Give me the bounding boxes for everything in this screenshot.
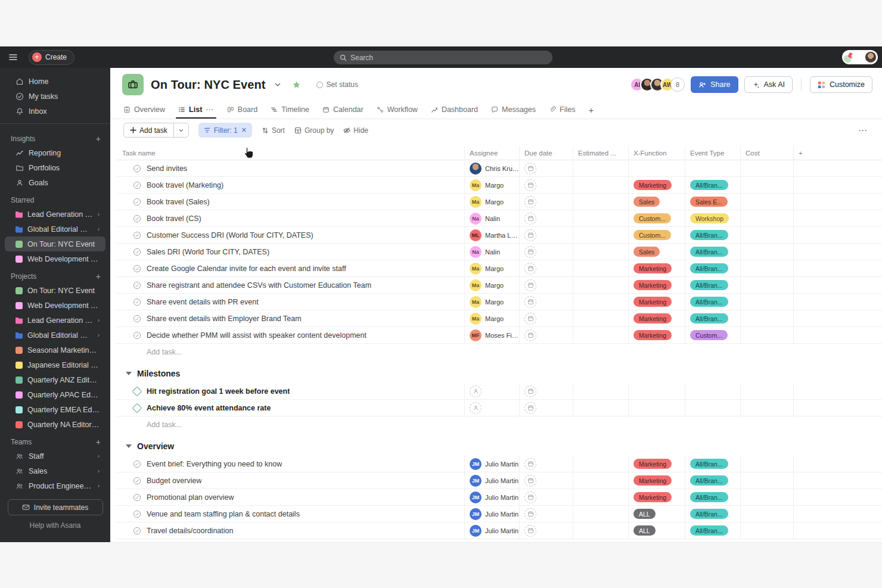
cost-cell[interactable] — [741, 260, 794, 277]
tag-custom_x[interactable]: Custom... — [633, 230, 671, 240]
task-row[interactable]: Venue and team staffing plan & contact d… — [116, 506, 882, 522]
add-icon[interactable]: + — [96, 272, 101, 281]
cost-cell[interactable] — [741, 277, 794, 294]
task-name[interactable]: Send invites — [147, 164, 187, 173]
cost-cell[interactable] — [741, 310, 794, 327]
event-type-cell[interactable]: All/Bran... — [685, 456, 741, 472]
tag-all_brands[interactable]: All/Bran... — [690, 230, 728, 240]
due-date-cell[interactable] — [520, 310, 573, 327]
collapse-triangle-icon[interactable] — [126, 444, 132, 448]
milestone-diamond-icon[interactable] — [132, 386, 142, 396]
tag-custom_x[interactable]: Custom... — [633, 213, 671, 223]
estimated-cell[interactable] — [573, 294, 629, 310]
task-name[interactable]: Venue and team staffing plan & contact d… — [147, 510, 300, 518]
sidebar-item-japanese-editorial-calen[interactable]: Japanese Editorial Calen... — [5, 357, 105, 372]
event-type-cell[interactable]: All/Bran... — [685, 177, 741, 194]
calendar-icon[interactable] — [524, 508, 536, 520]
estimated-cell[interactable] — [573, 400, 629, 416]
x-function-cell[interactable]: Marketing — [629, 294, 685, 310]
task-row[interactable]: Book travel (Marketing)MaMargoMarketingA… — [116, 177, 882, 194]
ask-ai-button[interactable]: Ask AI — [744, 76, 793, 93]
task-row[interactable]: Sales DRI (World Tour CITY, DATES)NaNali… — [116, 244, 882, 260]
assignee-cell[interactable]: MaMargo — [465, 310, 520, 327]
column-header-task-name[interactable]: Task name — [116, 146, 465, 160]
due-date-cell[interactable] — [520, 160, 573, 177]
sidebar-item-staff[interactable]: Staff› — [5, 449, 105, 463]
toolbar-overflow-menu[interactable]: ⋯ — [858, 125, 868, 136]
column-header-[interactable]: + — [794, 146, 882, 160]
estimated-cell[interactable] — [573, 194, 629, 210]
cost-cell[interactable] — [741, 456, 794, 472]
x-function-cell[interactable]: Marketing — [629, 489, 685, 506]
event-type-cell[interactable]: All/Bran... — [685, 506, 741, 522]
sidebar-item-sales[interactable]: Sales› — [5, 463, 105, 478]
calendar-icon[interactable] — [524, 279, 536, 291]
assignee-cell[interactable]: JMJulio Martin — [465, 472, 520, 489]
calendar-icon[interactable] — [524, 385, 536, 397]
cost-cell[interactable] — [741, 327, 794, 344]
clear-filter-icon[interactable]: ✕ — [241, 126, 247, 134]
assignee-cell[interactable]: Chris Krutz... — [465, 160, 520, 177]
cost-cell[interactable] — [741, 294, 794, 310]
estimated-cell[interactable] — [573, 489, 629, 506]
assignee-cell[interactable]: MaMargo — [465, 194, 520, 210]
filter-chip[interactable]: Filter: 1 ✕ — [198, 123, 252, 138]
event-type-cell[interactable]: Custom... — [685, 327, 741, 344]
create-button[interactable]: + Create — [29, 50, 74, 65]
event-type-cell[interactable]: All/Bran... — [685, 227, 741, 244]
x-function-cell[interactable]: Custom... — [629, 210, 685, 227]
cost-cell[interactable] — [741, 160, 794, 177]
sidebar-item-lead-generation-ca[interactable]: Lead Generation Ca...› — [5, 313, 105, 328]
cost-cell[interactable] — [741, 383, 794, 400]
calendar-icon[interactable] — [524, 229, 536, 241]
tag-all[interactable]: ALL — [633, 525, 656, 536]
sidebar-item-product-engineering[interactable]: Product Engineering› — [5, 478, 105, 493]
task-check-icon[interactable] — [133, 248, 141, 256]
add-task-dropdown[interactable] — [173, 123, 188, 137]
milestone-row[interactable]: Hit registration goal 1 week before even… — [116, 383, 882, 400]
tag-all_brands[interactable]: All/Bran... — [690, 459, 728, 469]
task-name[interactable]: Share event details with Employer Brand … — [147, 315, 302, 323]
sidebar-toggle-icon[interactable] — [8, 52, 29, 62]
task-check-icon[interactable] — [133, 164, 141, 173]
tag-custom_e[interactable]: Custom... — [690, 330, 728, 340]
column-header-due-date[interactable]: Due date — [520, 146, 573, 160]
event-type-cell[interactable]: Sales E... — [685, 194, 741, 210]
assignee-cell[interactable]: MaMargo — [465, 260, 520, 277]
estimated-cell[interactable] — [573, 160, 629, 177]
x-function-cell[interactable] — [629, 160, 685, 177]
cost-cell[interactable] — [741, 177, 794, 194]
cost-cell[interactable] — [741, 194, 794, 210]
task-check-icon[interactable] — [133, 527, 141, 535]
tag-marketing[interactable]: Marketing — [633, 297, 672, 307]
due-date-cell[interactable] — [520, 522, 573, 539]
milestone-row[interactable]: Achieve 80% event attendance rate — [116, 400, 882, 416]
sidebar-item-inbox[interactable]: Inbox — [5, 104, 105, 119]
assignee-cell[interactable]: NaNalin — [465, 210, 520, 227]
sidebar-item-global-editorial-cale[interactable]: Global Editorial Cale...› — [5, 328, 105, 343]
task-name[interactable]: Hit registration goal 1 week before even… — [147, 387, 290, 396]
project-icon[interactable] — [122, 74, 144, 95]
event-type-cell[interactable]: All/Bran... — [685, 244, 741, 260]
x-function-cell[interactable]: ALL — [629, 522, 685, 539]
tag-marketing[interactable]: Marketing — [633, 330, 672, 340]
sidebar-item-home[interactable]: Home — [5, 74, 105, 89]
due-date-cell[interactable] — [520, 383, 573, 400]
task-name[interactable]: Book travel (Sales) — [147, 198, 210, 206]
estimated-cell[interactable] — [573, 472, 629, 489]
collapse-triangle-icon[interactable] — [126, 372, 132, 375]
account-menu[interactable] — [842, 50, 878, 64]
assignee-cell[interactable]: JMJulio Martin — [465, 506, 520, 522]
event-type-cell[interactable]: All/Bran... — [685, 522, 741, 539]
tab-messages[interactable]: Messages — [491, 101, 536, 119]
tag-marketing[interactable]: Marketing — [633, 180, 672, 190]
tab-list[interactable]: List⋯ — [178, 101, 214, 119]
x-function-cell[interactable] — [629, 383, 685, 400]
tag-all_brands[interactable]: All/Bran... — [690, 247, 728, 257]
section-header-milestones[interactable]: Milestones — [116, 364, 882, 383]
task-row[interactable]: Travel details/coordinationJMJulio Marti… — [116, 522, 882, 539]
calendar-icon[interactable] — [524, 525, 536, 537]
calendar-icon[interactable] — [524, 458, 536, 470]
due-date-cell[interactable] — [520, 277, 573, 294]
hide-button[interactable]: Hide — [343, 126, 368, 135]
